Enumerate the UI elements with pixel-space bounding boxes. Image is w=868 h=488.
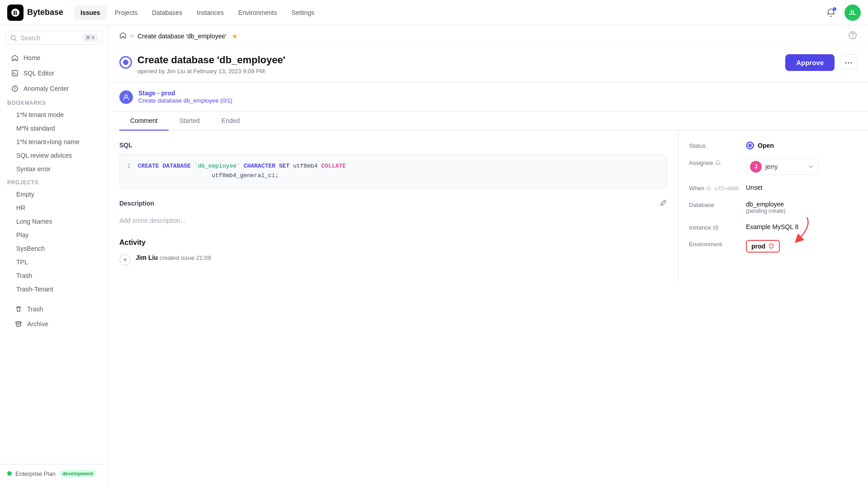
issue-header-content: Create database 'db_employee' opened by … [137, 54, 285, 75]
archive-icon [14, 320, 23, 328]
assignee-name: jerry [765, 163, 778, 170]
help-icon[interactable] [848, 31, 857, 41]
activity-item-content: Jim Liu created issue 21:09 [136, 254, 211, 261]
sidebar-item-sql-editor[interactable]: SQL Editor [4, 66, 104, 80]
breadcrumb-star[interactable]: ★ [232, 33, 238, 40]
issue-status-icon [119, 56, 132, 69]
body-layout: Search ⌘ K Home SQL Editor Anomaly Cente… [0, 25, 868, 488]
sidebar-anomaly-center-label: Anomaly Center [24, 85, 69, 92]
status-value: Open [746, 141, 774, 150]
when-value: Unset [746, 184, 763, 191]
sidebar-project-play[interactable]: Play [4, 229, 104, 241]
sidebar-item-trash[interactable]: Trash [7, 302, 101, 316]
sidebar-trash-label: Trash [27, 305, 43, 313]
kw-create: CREATE DATABASE [138, 163, 191, 169]
activity-text: created issue 21:09 [160, 254, 211, 261]
stage-avatar [119, 90, 133, 104]
status-open-text: Open [758, 142, 774, 149]
issue-status-inner [123, 60, 128, 65]
plan-label: Enterprise Plan [15, 470, 56, 477]
search-icon [10, 35, 17, 41]
svg-point-14 [125, 95, 127, 98]
sidebar-project-trash-tenant[interactable]: Trash-Tenant [4, 283, 104, 296]
nav-item-issues[interactable]: Issues [74, 5, 107, 20]
sidebar-bookmark-3[interactable]: SQL review advices [4, 149, 104, 162]
stage-link[interactable]: Stage - prod [138, 89, 175, 97]
nav-item-settings[interactable]: Settings [285, 5, 321, 20]
assignee-select[interactable]: J jerry [746, 159, 818, 175]
environment-badge[interactable]: prod [746, 240, 780, 253]
sidebar-bookmark-1[interactable]: M*N standard [4, 122, 104, 135]
environment-value: prod [751, 243, 765, 250]
sidebar-bookmark-0[interactable]: 1*N tenant mode [4, 108, 104, 121]
description-edit-button[interactable] [660, 199, 667, 208]
sidebar-item-home[interactable]: Home [4, 51, 104, 65]
breadcrumb-home[interactable] [119, 32, 127, 40]
sidebar-project-trash[interactable]: Trash [4, 269, 104, 282]
sidebar-project-hr[interactable]: HR [4, 202, 104, 214]
nav-item-databases[interactable]: Databases [146, 5, 189, 20]
nav-item-instances[interactable]: Instances [190, 5, 230, 20]
tab-ended[interactable]: Ended [211, 112, 250, 131]
sidebar-footer: Enterprise Plan development [0, 464, 108, 483]
svg-point-13 [851, 62, 852, 64]
sidebar-project-tpl[interactable]: TPL [4, 256, 104, 268]
sidebar-project-sysbench[interactable]: SysBench [4, 242, 104, 255]
bell-small-icon [715, 160, 721, 166]
status-radio-inner [748, 144, 752, 147]
sidebar-project-longnames[interactable]: Long Names [4, 215, 104, 228]
left-column: SQL 1CREATE DATABASE `db_employee` CHARA… [108, 131, 678, 282]
activity-add-button[interactable]: + [119, 254, 131, 266]
when-row: When UTC+0800 Unset [689, 184, 857, 192]
bookmarks-section-label: Bookmarks [0, 96, 108, 108]
search-bar[interactable]: Search ⌘ K [5, 31, 103, 45]
activity-user: Jim Liu [136, 254, 158, 261]
breadcrumb-separator: > [130, 33, 134, 40]
environment-value-container: prod [746, 240, 780, 253]
sidebar-item-archive[interactable]: Archive [7, 317, 101, 331]
nav-item-environments[interactable]: Environments [232, 5, 283, 20]
environment-shield-icon [768, 243, 774, 249]
database-row: Database db_employee (pending create) [689, 201, 857, 214]
sidebar-bookmark-4[interactable]: Syntax error [4, 163, 104, 175]
plan-dot [7, 471, 12, 476]
sidebar-bookmark-2[interactable]: 1*N tenant+long name [4, 136, 104, 148]
more-options-button[interactable] [840, 54, 857, 69]
sidebar-archive-label: Archive [27, 320, 48, 328]
sidebar-item-anomaly-center[interactable]: Anomaly Center [4, 81, 104, 96]
projects-section-label: Projects [0, 176, 108, 188]
approve-button[interactable]: Approve [785, 54, 835, 71]
issue-meta: opened by Jim Liu at February 13, 2023 9… [137, 68, 285, 75]
sidebar-project-empty[interactable]: Empty [4, 188, 104, 201]
task-link[interactable]: Create database db_employee (0/1) [138, 97, 232, 104]
plan-badge: development [59, 470, 96, 477]
activity-item: + Jim Liu created issue 21:09 [119, 254, 667, 266]
info-icon [706, 185, 711, 192]
notification-bell-button[interactable] [823, 5, 839, 21]
tab-started[interactable]: Started [169, 112, 211, 131]
user-avatar[interactable]: JL [844, 5, 861, 21]
main-content: > Create database 'db_employee' ★ Create… [108, 25, 868, 488]
svg-point-16 [708, 188, 709, 188]
svg-point-11 [845, 62, 847, 64]
line-number: 1 [127, 163, 131, 169]
environment-row: Environment prod [689, 240, 857, 253]
status-radio [746, 141, 754, 150]
sql-editor-icon [11, 69, 19, 77]
sidebar-sql-editor-label: SQL Editor [24, 70, 54, 77]
database-value: db_employee (pending create) [746, 201, 785, 214]
nav-item-projects[interactable]: Projects [108, 5, 144, 20]
search-kbd: ⌘ K [83, 34, 98, 42]
stage-info: Stage - prod Create database db_employee… [138, 89, 232, 104]
breadcrumb: > Create database 'db_employee' ★ [108, 25, 868, 47]
search-placeholder: Search [20, 34, 79, 42]
home-icon [11, 54, 19, 62]
activity-title: Activity [119, 239, 667, 247]
notification-dot [833, 7, 836, 11]
chevron-down-icon [808, 164, 814, 170]
description-header: Description [119, 199, 667, 208]
tab-comment[interactable]: Comment [119, 112, 169, 131]
code-block: 1CREATE DATABASE `db_employee` CHARACTER… [119, 154, 667, 188]
nav-items: Issues Projects Databases Instances Envi… [74, 5, 321, 20]
logo-icon: B [7, 5, 24, 21]
